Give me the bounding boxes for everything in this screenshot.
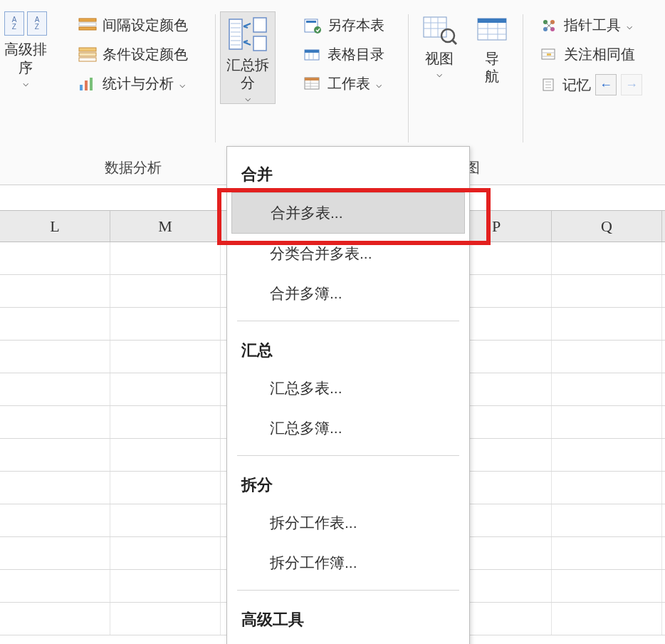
cell[interactable]	[552, 242, 662, 274]
cell[interactable]	[0, 308, 110, 340]
sort-group: AZ AZ 高级排 序 ⌵	[0, 7, 51, 185]
menu-item-merge-tables[interactable]: 合并多表...	[231, 192, 465, 234]
cell[interactable]	[110, 472, 221, 504]
save-as-table-label: 另存本表	[328, 16, 384, 35]
cell[interactable]	[110, 275, 221, 307]
arrow-right-button[interactable]: →	[621, 74, 642, 95]
pointer-tool-label: 指针工具	[564, 16, 621, 35]
chevron-down-icon: ⌵	[179, 78, 185, 90]
cell[interactable]	[552, 373, 662, 405]
dropdown-section-advanced: 高级工具	[227, 598, 469, 638]
pointer-tool-button[interactable]: 指针工具 ⌵	[537, 14, 645, 36]
menu-item-split-worksheet[interactable]: 拆分工作表...	[227, 503, 469, 543]
cell[interactable]	[110, 570, 221, 602]
cell[interactable]	[552, 472, 662, 504]
focus-same-value-button[interactable]: 关注相同值	[537, 43, 645, 66]
svg-rect-6	[80, 85, 83, 90]
column-header[interactable]: M	[110, 211, 221, 242]
focus-same-value-label: 关注相同值	[564, 45, 635, 64]
interval-color-button[interactable]: 间隔设定颜色	[75, 14, 191, 36]
sort-za-icon: AZ	[27, 11, 47, 36]
column-header[interactable]: L	[0, 211, 110, 242]
cell[interactable]	[110, 308, 221, 340]
cell[interactable]	[0, 242, 110, 274]
cell[interactable]	[110, 504, 221, 536]
svg-rect-38	[478, 19, 506, 23]
dropdown-section-split: 拆分	[227, 463, 469, 503]
stats-analysis-button[interactable]: 统计与分析 ⌵	[75, 73, 191, 95]
chevron-down-icon: ⌵	[23, 77, 28, 88]
save-table-icon	[303, 16, 322, 35]
memory-icon	[540, 76, 558, 94]
cell[interactable]	[110, 439, 221, 471]
svg-line-36	[452, 40, 456, 44]
memory-button[interactable]: 记忆 ← →	[537, 73, 645, 97]
navigation-button[interactable]: 导 航	[469, 11, 515, 88]
svg-rect-19	[306, 21, 316, 23]
cell[interactable]	[110, 242, 221, 274]
cell[interactable]	[110, 603, 221, 635]
cell[interactable]	[552, 439, 662, 471]
menu-item-split-workbook[interactable]: 拆分工作簿...	[227, 543, 469, 583]
view-button[interactable]: 视图 ⌵	[417, 11, 462, 88]
chevron-down-icon: ⌵	[627, 20, 632, 31]
right-tools-group: 指针工具 ⌵ 关注相同值 记忆 ← →	[523, 7, 659, 185]
view-icon	[421, 14, 458, 46]
summary-split-button[interactable]: 汇总拆 分 ⌵	[220, 11, 276, 104]
save-as-table-button[interactable]: 另存本表	[300, 14, 387, 36]
focus-icon	[540, 46, 558, 64]
condition-color-icon	[78, 46, 97, 64]
column-header[interactable]: Q	[552, 211, 662, 242]
condition-color-button[interactable]: 条件设定颜色	[75, 43, 191, 66]
cell[interactable]	[0, 603, 110, 635]
cell[interactable]	[0, 341, 110, 373]
cell[interactable]	[552, 603, 662, 635]
menu-item-summary-workbooks[interactable]: 汇总多簿...	[227, 408, 469, 448]
svg-point-20	[314, 26, 321, 33]
cell[interactable]	[552, 308, 662, 340]
data-analysis-group: 间隔设定颜色 条件设定颜色 统计与分析 ⌵ 数据分析	[51, 7, 215, 185]
sort-az-icon: AZ	[4, 11, 24, 36]
cell[interactable]	[110, 406, 221, 438]
menu-item-category-merge-tables[interactable]: 分类合并多表...	[227, 234, 469, 274]
cell[interactable]	[552, 406, 662, 438]
menu-item-summary-tables[interactable]: 汇总多表...	[227, 368, 469, 408]
svg-rect-11	[253, 36, 266, 51]
cell[interactable]	[0, 570, 110, 602]
cell[interactable]	[552, 570, 662, 602]
table-directory-button[interactable]: 表格目录	[300, 43, 387, 66]
memory-label: 记忆	[562, 76, 591, 95]
cell[interactable]	[552, 275, 662, 307]
svg-rect-5	[79, 58, 96, 61]
worksheet-button[interactable]: 工作表 ⌵	[300, 73, 387, 95]
cell[interactable]	[0, 373, 110, 405]
cell[interactable]	[0, 472, 110, 504]
svg-rect-26	[305, 78, 319, 80]
menu-separator	[237, 455, 459, 456]
advanced-sort-button[interactable]: AZ AZ 高级排 序 ⌵	[4, 7, 47, 88]
summary-split-label: 汇总拆 分	[226, 56, 269, 92]
arrow-left-button[interactable]: ←	[595, 74, 617, 95]
svg-rect-52	[547, 53, 551, 56]
cell[interactable]	[0, 504, 110, 536]
cell[interactable]	[110, 373, 221, 405]
menu-item-merge-workbooks[interactable]: 合并多簿...	[227, 274, 469, 313]
cell[interactable]	[552, 341, 662, 373]
cell[interactable]	[0, 537, 110, 569]
svg-rect-0	[79, 19, 96, 21]
interval-color-icon	[78, 16, 97, 35]
dropdown-section-summary: 汇总	[227, 328, 469, 368]
cell[interactable]	[110, 341, 221, 373]
chevron-down-icon: ⌵	[245, 92, 251, 103]
menu-separator	[237, 321, 459, 321]
cell[interactable]	[110, 537, 221, 569]
table-directory-label: 表格目录	[328, 45, 384, 64]
cell[interactable]	[0, 275, 110, 307]
svg-rect-1	[79, 23, 96, 26]
cell[interactable]	[552, 537, 662, 569]
cell[interactable]	[552, 504, 662, 536]
nav-label: 导 航	[485, 50, 499, 85]
svg-rect-7	[85, 80, 88, 90]
cell[interactable]	[0, 406, 110, 438]
cell[interactable]	[0, 439, 110, 471]
